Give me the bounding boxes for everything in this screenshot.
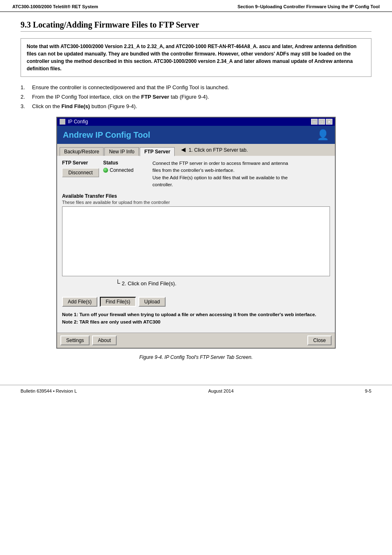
restore-button[interactable]: □ (318, 119, 325, 125)
note1-text: Note 1: Turn off your firewall when tryi… (62, 311, 330, 318)
tab-new-ip-info[interactable]: New IP Info (104, 147, 139, 156)
app-header-title: Andrew IP Config Tool (63, 130, 150, 140)
transfer-files-subtext: These files are available for upload fro… (62, 200, 330, 205)
upload-button[interactable]: Upload (138, 297, 166, 307)
titlebar-controls: ─ □ ✕ (311, 119, 332, 125)
bottom-buttons-row: Add File(s) Find File(s) Upload (62, 297, 330, 307)
connected-text: Connected (110, 167, 134, 173)
tab-backup-restore[interactable]: Backup/Restore (60, 147, 104, 156)
tab-ftp-server-label: FTP Server (144, 149, 170, 155)
settings-button[interactable]: Settings (60, 335, 90, 345)
footer-left: Bulletin 639544 • Revision L (21, 388, 77, 393)
tab-backup-restore-label: Backup/Restore (64, 149, 99, 155)
doc-header-left: ATC300-1000/2000 Teletilt® RET System (12, 4, 98, 9)
tab-bar: Backup/Restore New IP Info FTP Server ◄ … (57, 144, 335, 156)
available-transfer-files-section: Available Transfer Files These files are… (62, 193, 330, 287)
app-icon (60, 119, 65, 125)
figure-caption: Figure 9-4. IP Config Tool's FTP Server … (21, 354, 371, 360)
app-header: Andrew IP Config Tool 👤 (57, 126, 335, 144)
ftp-desc-line3: Use the Add File(s) option to add files … (152, 174, 330, 181)
ftp-desc-line2: files from the controller's web-interfac… (152, 167, 330, 174)
find-callout-bracket-icon: └ (115, 280, 120, 287)
status-label: Status (103, 160, 148, 166)
doc-header-right: Section 9–Uploading Controller Firmware … (238, 4, 380, 9)
tab-callout-text: 1. Click on FTP Server tab. (189, 147, 248, 153)
add-files-button[interactable]: Add File(s) (62, 297, 97, 307)
ftp-description: Connect the FTP server in order to acces… (152, 160, 330, 188)
section-number: 9.3 (21, 20, 31, 29)
footer-center: August 2014 (208, 388, 234, 393)
ftp-desc-line4: controller. (152, 181, 330, 188)
step-3-text: Click on the Find File(s) button (Figure… (32, 103, 137, 109)
app-titlebar: IP Config ─ □ ✕ (57, 118, 335, 126)
doc-content: 9.3 Locating/Adding Firmware Files to FT… (0, 12, 392, 377)
tab-new-ip-info-label: New IP Info (109, 149, 134, 155)
connected-indicator (103, 168, 108, 173)
close-window-button[interactable]: ✕ (326, 119, 332, 125)
app-footer: Settings About Close (57, 333, 335, 348)
steps-list: 1. Ensure the controller is connected/po… (21, 84, 371, 109)
step-1-text: Ensure the controller is connected/power… (32, 84, 229, 90)
step-2-num: 2. (21, 94, 29, 100)
app-window: IP Config ─ □ ✕ Andrew IP Config Tool 👤 … (56, 117, 336, 349)
doc-header: ATC300-1000/2000 Teletilt® RET System Se… (0, 0, 392, 12)
note-text: Note that with ATC300-1000/2000 Version … (27, 44, 357, 72)
section-title: 9.3 Locating/Adding Firmware Files to FT… (21, 20, 371, 32)
tab-ftp-server[interactable]: FTP Server (140, 147, 175, 156)
minimize-button[interactable]: ─ (311, 119, 318, 125)
ftp-server-section: FTP Server Disconnect Status Connected C… (62, 160, 330, 188)
ftp-center-panel: Status Connected (103, 160, 148, 173)
file-list-area (62, 206, 330, 276)
step-2: 2. From the IP Config Tool interface, cl… (21, 94, 371, 100)
disconnect-button[interactable]: Disconnect (62, 168, 99, 177)
step-2-text: From the IP Config Tool interface, click… (32, 94, 209, 100)
tab-callout: ◄ 1. Click on FTP Server tab. (180, 146, 248, 156)
step-3: 3. Click on the Find File(s) button (Fig… (21, 103, 371, 109)
ftp-left-panel: FTP Server Disconnect (62, 160, 99, 177)
section-title-text: Locating/Adding Firmware Files to FTP Se… (33, 20, 199, 29)
app-notes: Note 1: Turn off your firewall when tryi… (62, 311, 330, 326)
step-1: 1. Ensure the controller is connected/po… (21, 84, 371, 90)
step-3-num: 3. (21, 103, 29, 109)
find-files-button[interactable]: Find File(s) (100, 297, 136, 307)
find-files-callout: └ 2. Click on Find File(s). (115, 280, 330, 287)
note-box: Note that with ATC300-1000/2000 Version … (21, 38, 371, 77)
titlebar-title-group: IP Config (60, 119, 88, 125)
transfer-files-heading: Available Transfer Files (62, 193, 330, 199)
doc-footer: Bulletin 639544 • Revision L August 2014… (0, 385, 392, 397)
step-1-num: 1. (21, 84, 29, 90)
titlebar-title: IP Config (68, 119, 88, 125)
connected-status: Connected (103, 167, 148, 173)
ftp-server-label: FTP Server (62, 160, 99, 166)
close-button[interactable]: Close (307, 335, 332, 345)
user-icon: 👤 (317, 129, 329, 141)
footer-right: 9-5 (365, 388, 371, 393)
ftp-desc-line1: Connect the FTP server in order to acces… (152, 160, 330, 167)
about-button[interactable]: About (92, 335, 116, 345)
callout-arrow-icon: ◄ (180, 146, 187, 154)
app-body: FTP Server Disconnect Status Connected C… (57, 156, 335, 333)
note2-text: Note 2: TAR files are only used with ATC… (62, 318, 330, 326)
find-callout-text: 2. Click on Find File(s). (122, 280, 176, 287)
